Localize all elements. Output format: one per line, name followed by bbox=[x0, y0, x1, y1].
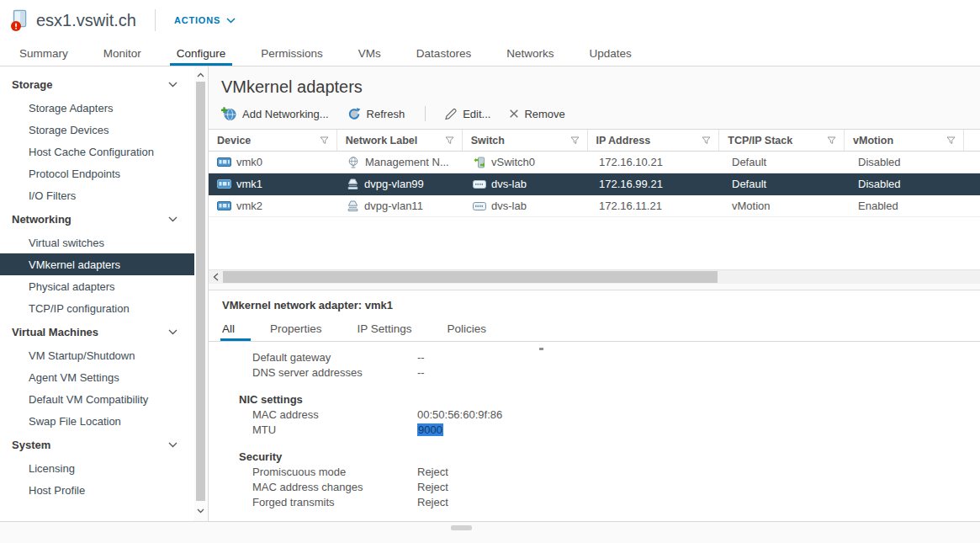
detail-value: Reject bbox=[417, 466, 448, 478]
tab-policies[interactable]: Policies bbox=[448, 317, 487, 341]
chevron-down-icon bbox=[226, 18, 236, 24]
tab-configure[interactable]: Configure bbox=[159, 40, 244, 66]
sidebar-item-host-cache-configuration[interactable]: Host Cache Configuration bbox=[0, 141, 208, 162]
switch-cell: dvs-lab bbox=[491, 200, 527, 212]
sidebar-item-tcpip-configuration[interactable]: TCP/IP configuration bbox=[0, 297, 208, 319]
detail-label: Forged transmits bbox=[252, 496, 417, 508]
sidebar-item-protocol-endpoints[interactable]: Protocol Endpoints bbox=[0, 162, 208, 184]
sidebar-item-swap-file-location[interactable]: Swap File Location bbox=[0, 410, 208, 432]
sidebar-scrollbar-thumb[interactable] bbox=[196, 82, 205, 501]
detail-label: MTU bbox=[252, 423, 417, 436]
vmotion-cell: Disabled bbox=[858, 178, 901, 190]
edit-button[interactable]: Edit... bbox=[444, 108, 490, 120]
sidebar-item-io-filters[interactable]: I/O Filters bbox=[0, 184, 208, 206]
configure-sidebar: Storage Storage Adapters Storage Devices… bbox=[0, 67, 209, 521]
details-tab-bar: All Properties IP Settings Policies bbox=[209, 317, 980, 342]
tab-permissions[interactable]: Permissions bbox=[243, 40, 341, 66]
detail-value: Reject bbox=[417, 481, 448, 493]
sidebar-item-virtual-switches[interactable]: Virtual switches bbox=[0, 232, 208, 253]
sidebar-section-storage[interactable]: Storage bbox=[0, 72, 208, 97]
detail-row: Forged transmits Reject bbox=[222, 494, 980, 509]
sidebar-section-system[interactable]: System bbox=[0, 432, 208, 457]
details-title: VMkernel network adapter: vmk1 bbox=[222, 290, 980, 311]
column-header-network-label[interactable]: Network Label bbox=[337, 130, 463, 151]
detail-row: DNS server addresses -- bbox=[222, 365, 980, 380]
column-header-device[interactable]: Device bbox=[209, 130, 337, 151]
details-scroll-indicator[interactable] bbox=[539, 348, 543, 350]
host-tab-bar: Summary Monitor Configure Permissions VM… bbox=[0, 40, 980, 67]
scroll-up-icon[interactable] bbox=[194, 68, 207, 82]
nic-settings-section-title: NIC settings bbox=[222, 391, 980, 407]
sidebar-item-storage-devices[interactable]: Storage Devices bbox=[0, 119, 208, 141]
sidebar-item-vmkernel-adapters[interactable]: VMkernel adapters bbox=[0, 253, 195, 275]
filter-funnel-icon[interactable] bbox=[946, 136, 956, 145]
globe-network-icon bbox=[347, 157, 360, 168]
column-header-tcpip-stack[interactable]: TCP/IP Stack bbox=[719, 130, 845, 151]
tab-summary[interactable]: Summary bbox=[2, 40, 86, 66]
table-horizontal-scrollbar[interactable] bbox=[209, 269, 980, 284]
sidebar-section-virtual-machines[interactable]: Virtual Machines bbox=[0, 319, 208, 344]
vmotion-cell: Enabled bbox=[858, 200, 898, 212]
refresh-button[interactable]: Refresh bbox=[347, 108, 405, 120]
table-row[interactable]: vmk0 Management N... vSwitch0 172.16.10.… bbox=[209, 152, 980, 173]
detail-row: Promiscuous mode Reject bbox=[222, 464, 980, 479]
detail-label: MAC address changes bbox=[252, 481, 417, 493]
sidebar-item-vm-startup-shutdown[interactable]: VM Startup/Shutdown bbox=[0, 344, 208, 366]
tab-monitor[interactable]: Monitor bbox=[86, 40, 159, 66]
sidebar-item-default-vm-compatibility[interactable]: Default VM Compatibility bbox=[0, 388, 208, 410]
tab-ip-settings[interactable]: IP Settings bbox=[358, 317, 412, 341]
detail-label: Default gateway bbox=[252, 351, 417, 364]
edit-label: Edit... bbox=[463, 108, 490, 120]
scroll-down-icon[interactable] bbox=[194, 504, 207, 518]
sidebar-item-licensing[interactable]: Licensing bbox=[0, 457, 208, 479]
panel-resize-handle[interactable] bbox=[451, 525, 472, 530]
bottom-strip bbox=[0, 521, 980, 543]
table-row-selected[interactable]: vmk1 dvpg-vlan99 dvs-lab 172.16.99.21 De… bbox=[209, 173, 980, 195]
sidebar-scrollbar[interactable] bbox=[194, 67, 207, 521]
filter-funnel-icon[interactable] bbox=[320, 136, 329, 145]
filter-funnel-icon[interactable] bbox=[702, 136, 711, 145]
filter-funnel-icon[interactable] bbox=[445, 136, 454, 145]
filter-funnel-icon[interactable] bbox=[570, 136, 580, 145]
device-cell: vmk2 bbox=[236, 200, 262, 212]
sidebar-item-agent-vm-settings[interactable]: Agent VM Settings bbox=[0, 366, 208, 388]
sidebar-item-physical-adapters[interactable]: Physical adapters bbox=[0, 275, 208, 297]
horizontal-scrollbar-thumb[interactable] bbox=[223, 271, 718, 283]
network-label-cell: Management N... bbox=[365, 156, 449, 168]
tcpip-stack-cell: Default bbox=[732, 156, 766, 168]
table-header-row: Device Network Label Switch IP Address T… bbox=[209, 129, 980, 152]
filter-funnel-icon[interactable] bbox=[827, 136, 836, 145]
sidebar-section-networking[interactable]: Networking bbox=[0, 206, 208, 232]
sidebar-item-storage-adapters[interactable]: Storage Adapters bbox=[0, 97, 208, 119]
scroll-left-icon[interactable] bbox=[209, 273, 223, 281]
detail-value: -- bbox=[417, 366, 425, 379]
add-networking-button[interactable]: Add Networking... bbox=[221, 107, 329, 121]
tab-vms[interactable]: VMs bbox=[341, 40, 399, 66]
column-header-overflow bbox=[964, 130, 980, 151]
tab-properties[interactable]: Properties bbox=[270, 317, 322, 341]
toolbar-separator bbox=[425, 106, 426, 121]
sidebar-item-host-profile[interactable]: Host Profile bbox=[0, 479, 208, 501]
column-header-vmotion[interactable]: vMotion bbox=[845, 130, 964, 151]
column-label: Device bbox=[217, 135, 251, 146]
pencil-icon bbox=[444, 108, 458, 120]
table-row[interactable]: vmk2 dvpg-vlan11 dvs-lab 172.16.11.21 vM… bbox=[209, 195, 980, 217]
actions-menu-button[interactable]: ACTIONS bbox=[174, 15, 236, 25]
column-header-switch[interactable]: Switch bbox=[463, 130, 588, 151]
dvswitch-icon bbox=[473, 201, 486, 211]
refresh-icon bbox=[347, 108, 362, 120]
tab-networks[interactable]: Networks bbox=[489, 40, 571, 66]
security-section-title: Security bbox=[222, 449, 980, 464]
table-empty-area bbox=[209, 217, 980, 269]
remove-button[interactable]: Remove bbox=[509, 108, 564, 120]
device-cell: vmk1 bbox=[236, 178, 262, 190]
chevron-down-icon bbox=[168, 442, 177, 448]
close-x-icon bbox=[509, 109, 519, 119]
tab-updates[interactable]: Updates bbox=[571, 40, 649, 66]
tcpip-stack-cell: vMotion bbox=[732, 200, 771, 212]
tab-datastores[interactable]: Datastores bbox=[399, 40, 489, 66]
tab-all[interactable]: All bbox=[222, 317, 235, 341]
detail-label: DNS server addresses bbox=[252, 366, 417, 379]
device-cell: vmk0 bbox=[236, 156, 262, 168]
column-header-ip-address[interactable]: IP Address bbox=[588, 130, 720, 151]
